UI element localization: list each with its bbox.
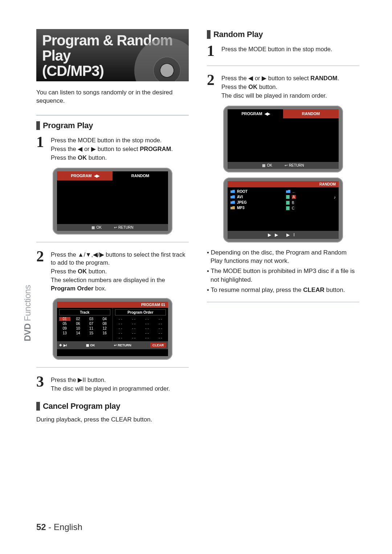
program-step-1: 1 Press the MODE button in the stop mode… bbox=[36, 135, 189, 163]
heading-bar-icon bbox=[36, 402, 40, 411]
random-play-title: Random Play bbox=[213, 30, 263, 39]
folder-row: ROOT bbox=[230, 190, 280, 194]
track-grid: 01020304050607080910111213141516 bbox=[59, 317, 110, 335]
track-column-title: Track bbox=[59, 309, 110, 315]
program-order-cell: - - bbox=[115, 331, 126, 335]
file-icon bbox=[286, 195, 290, 199]
music-note-icon bbox=[334, 195, 336, 199]
ok-label: ▦ OK bbox=[86, 343, 95, 347]
divider bbox=[36, 367, 189, 368]
step-text: Press the MODE button in the stop mode. bbox=[221, 45, 332, 53]
return-label: ↩ RETURN bbox=[285, 163, 304, 167]
skip-icon: ▶I bbox=[64, 343, 67, 347]
osd-footer: ▶▶ ▶I bbox=[228, 231, 339, 239]
folder-icon bbox=[230, 201, 235, 204]
play-pause-icon: ▶II bbox=[78, 376, 86, 383]
folder-label: AVI bbox=[237, 195, 243, 199]
divider bbox=[207, 302, 359, 302]
file-row: B bbox=[286, 201, 336, 205]
program-tab: PROGRAM ◀ ▶ bbox=[57, 171, 113, 180]
osd-footer: ▦ OK ↩ RETURN bbox=[228, 162, 339, 169]
intro-text: You can listen to songs randomly or in t… bbox=[36, 89, 189, 105]
step-text: Press the ▲/▼,◀/▶ buttons to select the … bbox=[51, 250, 189, 267]
open-folder-icon bbox=[230, 206, 235, 209]
folder-icon bbox=[286, 190, 290, 193]
program-order-cell: - - bbox=[142, 326, 153, 330]
folder-icon bbox=[230, 195, 235, 199]
step-number: 3 bbox=[36, 375, 46, 394]
osd-screen-program-random: PROGRAM ◀ ▶ RANDOM ▦ OK ↩ RETURN bbox=[223, 106, 343, 172]
folder-label: ROOT bbox=[237, 190, 248, 194]
program-order-cell: - - bbox=[155, 317, 166, 321]
parent-label: .. bbox=[293, 190, 295, 194]
osd-screen-program-order: PROGRAM 01 Track 01020304050607080910111… bbox=[53, 298, 172, 360]
step-text: Press the ◀ or ▶ button to select PROGRA… bbox=[51, 145, 173, 153]
program-order-cell: - - bbox=[155, 336, 166, 340]
program-order-column-title: Program Order bbox=[115, 309, 166, 315]
file-icon bbox=[286, 201, 290, 205]
page-footer: 52 - English bbox=[36, 522, 82, 532]
track-cell: 01 bbox=[59, 317, 70, 321]
step-text: The disc will be played in random order. bbox=[221, 91, 339, 99]
divider bbox=[207, 65, 359, 66]
track-cell: 15 bbox=[86, 331, 97, 335]
cancel-program-title: Cancel Program play bbox=[43, 402, 120, 411]
file-list: ..ABC bbox=[283, 187, 339, 231]
right-arrow-icon: ▶ bbox=[91, 146, 96, 152]
osd-screen-program-random: PROGRAM ◀ ▶ RANDOM ▦ OK ↩ RETURN bbox=[53, 168, 172, 235]
folder-row: JPEG bbox=[230, 200, 280, 204]
random-step-2: 2 Press the ◀ or ▶ button to select RAND… bbox=[207, 73, 359, 101]
step-text: Press the OK button. bbox=[51, 267, 189, 275]
file-label: A bbox=[292, 195, 296, 199]
program-order-cell: - - bbox=[115, 326, 126, 330]
osd-footer: ✥▶I ▦ OK ↩ RETURN CLEAR bbox=[57, 341, 168, 349]
right-column: Random Play 1 Press the MODE button in t… bbox=[207, 29, 359, 423]
random-play-heading: Random Play bbox=[207, 30, 359, 39]
step-number: 1 bbox=[36, 135, 46, 163]
file-row: C bbox=[286, 206, 336, 210]
dpad-icon: ▲/▼,◀/▶ bbox=[78, 251, 104, 258]
program-tab: PROGRAM ◀ ▶ bbox=[228, 109, 283, 118]
program-play-heading: Program Play bbox=[36, 121, 189, 130]
heading-bar-icon bbox=[36, 121, 40, 130]
note-item: To resume normal play, press the CLEAR b… bbox=[207, 286, 359, 294]
file-icon bbox=[286, 206, 290, 210]
random-step-1: 1 Press the MODE button in the stop mode… bbox=[207, 44, 359, 58]
right-arrow-icon: ▶ bbox=[262, 75, 266, 81]
program-order-cell: - - bbox=[115, 336, 126, 340]
step-text: The disc will be played in programmed or… bbox=[51, 384, 170, 392]
track-cell: 12 bbox=[99, 326, 110, 330]
title-line2: (CD/MP3) bbox=[42, 63, 104, 79]
folder-row: AVI bbox=[230, 195, 280, 199]
track-cell: 16 bbox=[99, 331, 110, 335]
return-label: ↩ RETURN bbox=[114, 343, 131, 347]
osd-program-header: PROGRAM 01 bbox=[57, 302, 168, 308]
osd-screen-file-browser: RANDOM ROOTAVIJPEGMP3 ..ABC ▶▶ ▶I bbox=[223, 178, 343, 243]
step-number: 2 bbox=[36, 250, 46, 293]
title-banner: Program & Random Play (CD/MP3) bbox=[36, 29, 189, 81]
move-icon: ✥ bbox=[59, 343, 62, 347]
step-text: The selection numbers are displayed in t… bbox=[51, 276, 189, 292]
step-text: Press the ◀ or ▶ button to select RANDOM… bbox=[221, 74, 339, 82]
step-body: Press the ◀ or ▶ button to select RANDOM… bbox=[221, 73, 339, 101]
program-order-cell: - - bbox=[142, 331, 153, 335]
divider bbox=[36, 115, 189, 116]
page-language: English bbox=[54, 522, 82, 532]
track-cell: 08 bbox=[99, 322, 110, 326]
random-tab: RANDOM bbox=[113, 171, 168, 180]
track-cell: 03 bbox=[86, 317, 97, 321]
left-arrow-icon: ◀ bbox=[78, 146, 82, 152]
track-cell: 04 bbox=[99, 317, 110, 321]
track-cell: 07 bbox=[86, 322, 97, 326]
clear-button-label: CLEAR bbox=[150, 343, 166, 348]
program-order-cell: - - bbox=[115, 322, 126, 326]
folder-icon bbox=[230, 190, 235, 193]
track-cell: 13 bbox=[59, 331, 70, 335]
step-body: Press the ▲/▼,◀/▶ buttons to select the … bbox=[51, 250, 189, 293]
program-order-cell: - - bbox=[115, 317, 126, 321]
note-item: Depending on the disc, the Program and R… bbox=[207, 248, 359, 266]
random-tab: RANDOM bbox=[283, 109, 339, 118]
track-cell: 09 bbox=[59, 326, 70, 330]
track-cell: 14 bbox=[73, 331, 84, 335]
program-order-grid: - -- -- -- -- -- -- -- -- -- -- -- -- --… bbox=[115, 317, 166, 340]
